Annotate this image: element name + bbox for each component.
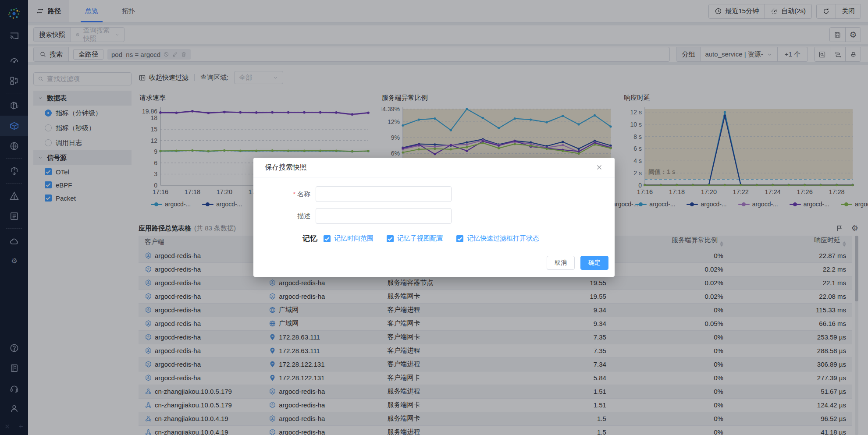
cancel-button[interactable]: 取消 — [547, 256, 575, 270]
confirm-button[interactable]: 确定 — [580, 256, 608, 270]
memory-option-记忆快速过滤框打开状态[interactable]: 记忆快速过滤框打开状态 — [456, 234, 539, 243]
checkbox-icon[interactable] — [324, 235, 331, 242]
checkbox-icon[interactable] — [456, 235, 463, 242]
save-snapshot-modal: 保存搜索快照 名称 描述 记忆 记忆时间范围记忆子视图配置记忆快速过滤框打开状态… — [253, 158, 615, 277]
memory-option-记忆子视图配置[interactable]: 记忆子视图配置 — [387, 234, 443, 243]
desc-field[interactable] — [316, 208, 452, 224]
checkbox-icon[interactable] — [387, 235, 394, 242]
memory-option-记忆时间范围[interactable]: 记忆时间范围 — [324, 234, 374, 243]
close-icon[interactable] — [595, 163, 603, 171]
desc-field-label: 描述 — [253, 212, 316, 220]
modal-title: 保存搜索快照 — [265, 163, 307, 172]
name-field-label: 名称 — [293, 190, 310, 198]
memory-label: 记忆 — [302, 233, 317, 244]
name-field[interactable] — [316, 186, 452, 202]
